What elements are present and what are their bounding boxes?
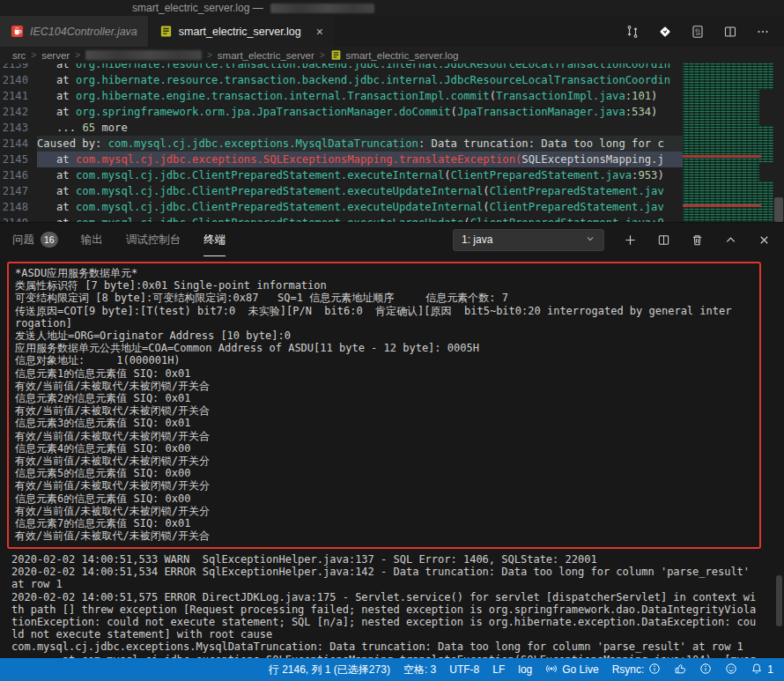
window-title: smart_electric_server.log — bbox=[132, 2, 263, 14]
code-token: ) bbox=[651, 106, 657, 118]
tab-smart_electric_server-log[interactable]: smart_electric_server.log× bbox=[149, 16, 334, 47]
terminal-line: 有效/当前值/未被取代/未被闭锁/开关合 bbox=[15, 430, 731, 442]
statusbar-indentation[interactable]: 空格: 3 bbox=[403, 662, 436, 677]
vscode-window: smart_electric_server.log — IEC104Contro… bbox=[0, 0, 784, 681]
breadcrumb[interactable]: src>server>>smart_electric_server>smart_… bbox=[0, 47, 784, 63]
editor-line: 2146 at com.mysql.cj.jdbc.ClientPrepared… bbox=[0, 167, 683, 183]
line-number: 2143 bbox=[0, 120, 37, 136]
statusbar-rsync-status[interactable]: Rsync: bbox=[612, 662, 662, 677]
statusbar-notifications[interactable]: 1 bbox=[751, 662, 773, 677]
line-number: 2149 bbox=[0, 215, 37, 222]
minimap[interactable] bbox=[683, 63, 773, 222]
terminal-line: 信息元素2的信息元素值 SIQ: 0x01 bbox=[15, 392, 731, 404]
panel-tab-problems[interactable]: 问题16 bbox=[12, 223, 58, 256]
breadcrumb-item-smart_electric_server-log[interactable]: smart_electric_server.log bbox=[330, 49, 459, 61]
terminal-line: 2020-02-02 14:00:51,533 WARN SqlExceptio… bbox=[11, 553, 756, 566]
code-token: at bbox=[37, 185, 76, 197]
chevron-down-icon bbox=[585, 233, 595, 247]
svg-text:10: 10 bbox=[695, 32, 700, 36]
code-text: at com.mysql.cj.jdbc.ClientPreparedState… bbox=[37, 199, 683, 215]
problems-count-badge: 16 bbox=[41, 232, 58, 248]
breadcrumb-item-label: smart_electric_server bbox=[218, 50, 314, 61]
terminal-line: 类属性标识符 [7 byte]:0x01 Single-point inform… bbox=[15, 279, 731, 292]
editor-scrollbar[interactable] bbox=[773, 63, 784, 222]
code-token: ( bbox=[490, 90, 496, 102]
editor-line: 2148 at com.mysql.cj.jdbc.ClientPrepared… bbox=[0, 199, 683, 215]
log-file-icon bbox=[159, 25, 173, 38]
statusbar-cursor-position[interactable]: 行 2146, 列 1 (已选择273) bbox=[269, 662, 390, 677]
terminal-scrollbar-thumb[interactable] bbox=[776, 575, 782, 626]
breadcrumb-item-src[interactable]: src bbox=[12, 50, 26, 61]
terminal-line: tionException: could not execute stateme… bbox=[11, 616, 756, 628]
terminal-output[interactable]: *ASDU应用服务数据单元*类属性标识符 [7 byte]:0x01 Singl… bbox=[0, 256, 784, 658]
panel-tab-debug-console[interactable]: 调试控制台 bbox=[126, 223, 181, 256]
code-text: at com.mysql.cj.jdbc.ClientPreparedState… bbox=[37, 215, 683, 222]
close-panel-x-icon[interactable] bbox=[757, 233, 772, 248]
editor-pane[interactable]: 2139 at org.hibernate.resource.transacti… bbox=[0, 63, 784, 222]
code-token: at bbox=[37, 169, 76, 181]
terminal-line: 信息元素3的信息元素值 SIQ: 0x01 bbox=[15, 417, 731, 429]
code-token: org.hibernate.resource.transaction.backe… bbox=[76, 74, 670, 86]
panel-tab-terminal[interactable]: 终端 bbox=[203, 223, 226, 256]
panel-tab-label: 调试控制台 bbox=[126, 233, 181, 248]
terminal-line: at com.mysql.cj.jdbc.exceptions.SQLExcep… bbox=[11, 654, 756, 658]
code-text: at org.springframework.orm.jpa.JpaTransa… bbox=[37, 104, 683, 120]
statusbar-label: 1 bbox=[767, 663, 773, 676]
code-token: org.springframework.orm.jpa.JpaTransacti… bbox=[76, 106, 451, 118]
code-token: 953 bbox=[638, 169, 657, 181]
minimap-error-marker bbox=[683, 204, 761, 207]
line-number: 2148 bbox=[0, 199, 37, 215]
split-terminal-icon[interactable] bbox=[656, 233, 671, 248]
minimap-error-marker bbox=[683, 155, 761, 158]
code-token: com.mysql.cj.jdbc.ClientPreparedStatemen… bbox=[76, 185, 483, 197]
status-bar: 行 2146, 列 1 (已选择273)空格: 3UTF-8LFlogGo Li… bbox=[0, 658, 784, 681]
code-token: : bbox=[625, 90, 632, 102]
new-terminal-plus-icon[interactable] bbox=[623, 233, 638, 248]
statusbar-language-mode[interactable]: log bbox=[518, 663, 532, 676]
editor-line: 2140 at org.hibernate.resource.transacti… bbox=[0, 72, 683, 88]
terminal-line: 有效/当前值/未被取代/未被闭锁/开关合 bbox=[15, 380, 731, 392]
tab-iec104controller-java[interactable]: IEC104Controller.java bbox=[0, 16, 149, 47]
breadcrumb-item-smart_electric_server[interactable]: smart_electric_server bbox=[218, 50, 314, 61]
tabs: IEC104Controller.javasmart_electric_serv… bbox=[0, 16, 334, 47]
editor-lines: 2139 at org.hibernate.resource.transacti… bbox=[0, 63, 683, 222]
line-number: 2144 bbox=[0, 136, 37, 152]
terminal-line: *ASDU应用服务数据单元* bbox=[15, 267, 731, 279]
split-editor-icon[interactable] bbox=[723, 25, 737, 39]
statusbar-encoding[interactable]: UTF-8 bbox=[449, 663, 479, 676]
editor-line: 2145 at com.mysql.cj.jdbc.exceptions.SQL… bbox=[0, 152, 683, 167]
tab-label: smart_electric_server.log bbox=[179, 26, 301, 38]
code-token: com.mysql.cj.jdbc.exceptions.MysqlDataTr… bbox=[108, 137, 418, 150]
maximize-panel-chevron-icon[interactable] bbox=[723, 233, 738, 248]
code-token: 534 bbox=[632, 106, 651, 118]
code-token: Caused by: bbox=[37, 137, 108, 150]
close-tab-icon[interactable]: × bbox=[316, 26, 323, 38]
statusbar-eol[interactable]: LF bbox=[492, 663, 505, 676]
terminal-line: 信息元素4的信息元素值 SIQ: 0x00 bbox=[15, 442, 731, 455]
terminal-line: 传送原因=COT[9 byte]:[T(test) bit7:0 未实验][P/… bbox=[15, 305, 731, 317]
statusbar-error-info[interactable] bbox=[699, 662, 712, 677]
statusbar-feedback-smiley[interactable] bbox=[725, 662, 737, 677]
more-actions-icon[interactable] bbox=[756, 25, 770, 39]
code-token: com.mysql.cj.jdbc.exceptions.SQLExceptio… bbox=[76, 153, 521, 166]
code-token: at bbox=[37, 201, 76, 213]
line-number: 2141 bbox=[0, 88, 37, 104]
editor-line: 2144Caused by: com.mysql.cj.jdbc.excepti… bbox=[0, 136, 683, 152]
open-changes-icon[interactable] bbox=[625, 25, 640, 39]
gitlens-diamond-icon[interactable] bbox=[658, 25, 672, 39]
terminal-line: 有效/当前值/未被取代/未被闭锁/开关合 bbox=[15, 529, 731, 542]
statusbar-label: UTF-8 bbox=[449, 663, 479, 676]
panel-tab-output[interactable]: 输出 bbox=[81, 223, 103, 256]
statusbar-go-live[interactable]: Go Live bbox=[545, 662, 598, 677]
code-token: org.hibernate.resource.transaction.backe… bbox=[76, 63, 670, 70]
minimap-gap bbox=[759, 162, 773, 181]
statusbar-thumbs-up[interactable] bbox=[674, 662, 686, 677]
kill-terminal-trash-icon[interactable] bbox=[690, 233, 705, 248]
breadcrumb-item-server[interactable]: server bbox=[41, 50, 70, 61]
terminal-selector-dropdown[interactable]: 1: java bbox=[453, 229, 604, 251]
numbered-file-icon[interactable]: 0110 bbox=[691, 25, 705, 39]
line-number: 2147 bbox=[0, 183, 37, 199]
terminal-line: 有效/当前值/未被取代/未被闭锁/开关分 bbox=[15, 455, 731, 467]
editor-scrollbar-thumb[interactable] bbox=[774, 197, 783, 222]
terminal-line: at row 1 bbox=[11, 578, 756, 590]
